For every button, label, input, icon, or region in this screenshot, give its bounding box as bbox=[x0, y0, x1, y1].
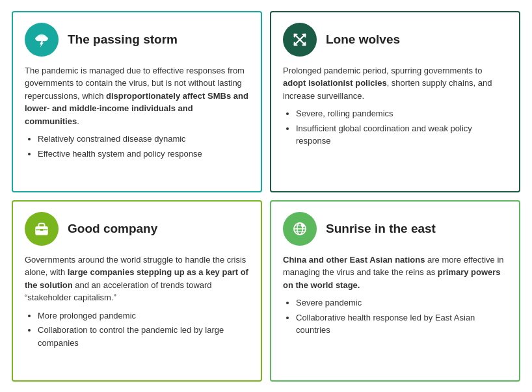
svg-line-5 bbox=[300, 34, 305, 39]
card-sunrise-east: Sunrise in the east China and other East… bbox=[270, 200, 520, 382]
list-item: Relatively constrained disease dynamic bbox=[38, 133, 249, 146]
svg-point-1 bbox=[35, 36, 42, 41]
card-title-good-company: Good company bbox=[68, 222, 157, 236]
card-body-passing-storm: The pandemic is managed due to effective… bbox=[25, 64, 249, 163]
svg-rect-12 bbox=[40, 229, 44, 231]
card-header-sunrise-east: Sunrise in the east bbox=[283, 212, 507, 246]
scenario-grid: The passing storm The pandemic is manage… bbox=[9, 8, 523, 384]
card-lone-wolves: Lone wolves Prolonged pandemic period, s… bbox=[270, 11, 520, 192]
list-item: Severe pandemic bbox=[296, 296, 507, 309]
list-item: Collaboration to control the pandemic le… bbox=[38, 324, 249, 349]
globe-icon-circle bbox=[283, 212, 317, 246]
card-title-sunrise-east: Sunrise in the east bbox=[326, 222, 436, 236]
card-passing-storm: The passing storm The pandemic is manage… bbox=[12, 11, 262, 192]
card-header-good-company: Good company bbox=[25, 212, 249, 246]
list-item: Insufficient global coordination and wea… bbox=[296, 122, 507, 148]
card-title-passing-storm: The passing storm bbox=[68, 33, 178, 47]
svg-marker-3 bbox=[40, 40, 44, 47]
card-good-company: Good company Governments around the worl… bbox=[12, 200, 262, 382]
list-item: Severe, rolling pandemics bbox=[296, 107, 507, 120]
svg-line-6 bbox=[295, 40, 300, 45]
svg-point-18 bbox=[301, 224, 304, 227]
briefcase-icon-circle bbox=[25, 212, 59, 246]
list-item: Effective health system and policy respo… bbox=[38, 148, 249, 161]
briefcase-icon bbox=[32, 219, 51, 239]
card-body-lone-wolves: Prolonged pandemic period, spurring gove… bbox=[283, 64, 507, 150]
svg-line-7 bbox=[300, 40, 305, 45]
list-item: Collaborative health response led by Eas… bbox=[296, 311, 507, 337]
arrows-icon bbox=[290, 30, 310, 49]
svg-line-4 bbox=[295, 34, 300, 39]
arrows-icon-circle bbox=[283, 23, 317, 57]
card-body-sunrise-east: China and other East Asian nations are m… bbox=[283, 254, 507, 339]
storm-icon-circle bbox=[25, 23, 59, 57]
list-item: More prolonged pandemic bbox=[38, 309, 249, 322]
globe-icon bbox=[290, 219, 310, 239]
card-title-lone-wolves: Lone wolves bbox=[326, 33, 400, 47]
storm-icon bbox=[32, 30, 51, 49]
card-body-good-company: Governments around the world struggle to… bbox=[25, 254, 249, 352]
card-header-passing-storm: The passing storm bbox=[25, 23, 249, 57]
card-header-lone-wolves: Lone wolves bbox=[283, 23, 507, 57]
svg-point-2 bbox=[41, 36, 48, 41]
